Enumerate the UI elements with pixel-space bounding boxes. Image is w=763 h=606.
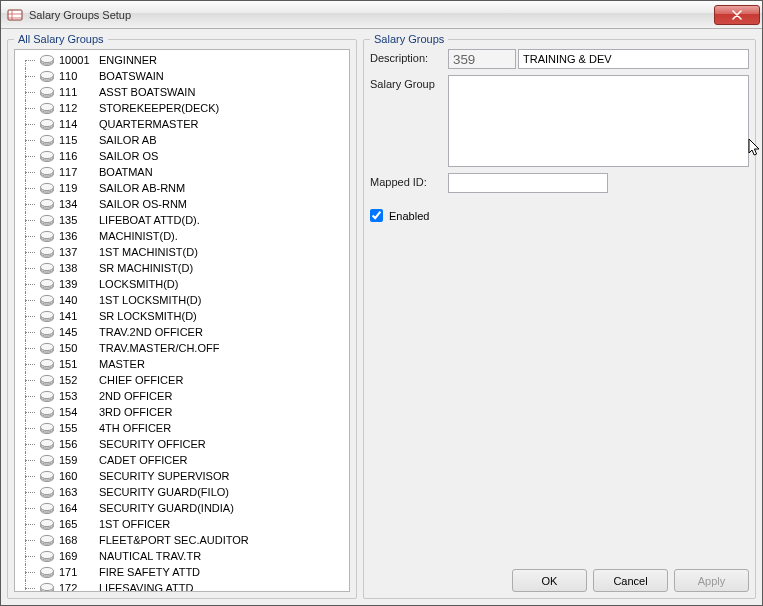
tree-item-code: 114 bbox=[59, 118, 99, 130]
description-name-input[interactable] bbox=[518, 49, 749, 69]
svg-point-12 bbox=[41, 103, 54, 110]
stack-icon bbox=[39, 356, 55, 372]
enabled-label[interactable]: Enabled bbox=[389, 210, 429, 222]
tree-item[interactable]: 150TRAV.MASTER/CH.OFF bbox=[15, 340, 349, 356]
tree-item[interactable]: 163SECURITY GUARD(FILO) bbox=[15, 484, 349, 500]
tree-item-code: 111 bbox=[59, 86, 99, 98]
tree-connector-icon bbox=[21, 548, 39, 564]
tree-item-name: BOATMAN bbox=[99, 166, 153, 178]
tree-item[interactable]: 1651ST OFFICER bbox=[15, 516, 349, 532]
stack-icon bbox=[39, 452, 55, 468]
tree-item-code: 112 bbox=[59, 102, 99, 114]
tree-item[interactable]: 168FLEET&PORT SEC.AUDITOR bbox=[15, 532, 349, 548]
tree-item-code: 156 bbox=[59, 438, 99, 450]
tree-item-name: NAUTICAL TRAV.TR bbox=[99, 550, 201, 562]
stack-icon bbox=[39, 68, 55, 84]
tree-item[interactable]: 172LIFESAVING ATTD bbox=[15, 580, 349, 592]
tree-connector-icon bbox=[21, 292, 39, 308]
tree-item[interactable]: 116SAILOR OS bbox=[15, 148, 349, 164]
tree-item[interactable]: 1554TH OFFICER bbox=[15, 420, 349, 436]
tree-item-code: 168 bbox=[59, 534, 99, 546]
tree-item-code: 169 bbox=[59, 550, 99, 562]
dialog-window: Salary Groups Setup All Salary Groups 10… bbox=[0, 0, 763, 606]
tree-item-name: CADET OFFICER bbox=[99, 454, 187, 466]
stack-icon bbox=[39, 180, 55, 196]
tree-item[interactable]: 152CHIEF OFFICER bbox=[15, 372, 349, 388]
svg-point-93 bbox=[41, 535, 54, 542]
tree-connector-icon bbox=[21, 452, 39, 468]
tree-connector-icon bbox=[21, 580, 39, 592]
tree-item[interactable]: 164SECURITY GUARD(INDIA) bbox=[15, 500, 349, 516]
tree-item[interactable]: 119SAILOR AB-RNM bbox=[15, 180, 349, 196]
tree-connector-icon bbox=[21, 100, 39, 116]
tree-item[interactable]: 110BOATSWAIN bbox=[15, 68, 349, 84]
svg-point-60 bbox=[41, 359, 54, 366]
tree-connector-icon bbox=[21, 68, 39, 84]
tree-item[interactable]: 156SECURITY OFFICER bbox=[15, 436, 349, 452]
tree-item[interactable]: 160SECURITY SUPERVISOR bbox=[15, 468, 349, 484]
tree-item[interactable]: 141SR LOCKSMITH(D) bbox=[15, 308, 349, 324]
ok-button[interactable]: OK bbox=[512, 569, 587, 592]
tree-item-code: 141 bbox=[59, 310, 99, 322]
tree-item[interactable]: 171FIRE SAFETY ATTD bbox=[15, 564, 349, 580]
close-button[interactable] bbox=[714, 5, 760, 25]
tree-item[interactable]: 169NAUTICAL TRAV.TR bbox=[15, 548, 349, 564]
salary-groups-detail-group: Salary Groups Description: Salary Group … bbox=[363, 33, 756, 599]
tree-item-code: 145 bbox=[59, 326, 99, 338]
button-row: OK Cancel Apply bbox=[370, 561, 749, 592]
tree-item-code: 163 bbox=[59, 486, 99, 498]
tree-item[interactable]: 1371ST MACHINIST(D) bbox=[15, 244, 349, 260]
stack-icon bbox=[39, 244, 55, 260]
stack-icon bbox=[39, 388, 55, 404]
tree-connector-icon bbox=[21, 484, 39, 500]
svg-point-51 bbox=[41, 311, 54, 318]
svg-point-84 bbox=[41, 487, 54, 494]
tree-item[interactable]: 138SR MACHINIST(D) bbox=[15, 260, 349, 276]
tree-item[interactable]: 117BOATMAN bbox=[15, 164, 349, 180]
tree-item-code: 150 bbox=[59, 342, 99, 354]
stack-icon bbox=[39, 500, 55, 516]
tree-item-code: 164 bbox=[59, 502, 99, 514]
tree-item-code: 137 bbox=[59, 246, 99, 258]
tree-item-code: 160 bbox=[59, 470, 99, 482]
stack-icon bbox=[39, 564, 55, 580]
tree-item[interactable]: 151MASTER bbox=[15, 356, 349, 372]
salary-group-row: Salary Group bbox=[370, 75, 749, 167]
tree-item[interactable]: 145TRAV.2ND OFFICER bbox=[15, 324, 349, 340]
tree-item[interactable]: 136MACHINIST(D). bbox=[15, 228, 349, 244]
svg-point-54 bbox=[41, 327, 54, 334]
svg-point-102 bbox=[41, 583, 54, 590]
tree-item[interactable]: 111ASST BOATSWAIN bbox=[15, 84, 349, 100]
tree-item[interactable]: 115SAILOR AB bbox=[15, 132, 349, 148]
tree-item[interactable]: 159CADET OFFICER bbox=[15, 452, 349, 468]
tree-item[interactable]: 10001ENGINNER bbox=[15, 52, 349, 68]
tree-item-name: TRAV.2ND OFFICER bbox=[99, 326, 203, 338]
apply-button[interactable]: Apply bbox=[674, 569, 749, 592]
tree-item[interactable]: 135LIFEBOAT ATTD(D). bbox=[15, 212, 349, 228]
tree-item[interactable]: 114QUARTERMASTER bbox=[15, 116, 349, 132]
svg-point-57 bbox=[41, 343, 54, 350]
salary-groups-tree[interactable]: 10001ENGINNER110BOATSWAIN111ASST BOATSWA… bbox=[14, 49, 350, 592]
stack-icon bbox=[39, 52, 55, 68]
tree-item[interactable]: 1401ST LOCKSMITH(D) bbox=[15, 292, 349, 308]
tree-item-name: LOCKSMITH(D) bbox=[99, 278, 178, 290]
enabled-checkbox[interactable] bbox=[370, 209, 383, 222]
tree-item-name: 3RD OFFICER bbox=[99, 406, 172, 418]
stack-icon bbox=[39, 532, 55, 548]
tree-item-code: 153 bbox=[59, 390, 99, 402]
svg-point-21 bbox=[41, 151, 54, 158]
mapped-id-input[interactable] bbox=[448, 173, 608, 193]
cancel-button[interactable]: Cancel bbox=[593, 569, 668, 592]
tree-item[interactable]: 1543RD OFFICER bbox=[15, 404, 349, 420]
tree-item[interactable]: 112STOREKEEPER(DECK) bbox=[15, 100, 349, 116]
tree-item-name: SAILOR AB-RNM bbox=[99, 182, 185, 194]
tree-item[interactable]: 134SAILOR OS-RNM bbox=[15, 196, 349, 212]
tree-item[interactable]: 139LOCKSMITH(D) bbox=[15, 276, 349, 292]
tree-item-code: 154 bbox=[59, 406, 99, 418]
tree-item-code: 151 bbox=[59, 358, 99, 370]
svg-point-18 bbox=[41, 135, 54, 142]
tree-item[interactable]: 1532ND OFFICER bbox=[15, 388, 349, 404]
tree-item-code: 10001 bbox=[59, 54, 99, 66]
tree-item-name: SAILOR OS bbox=[99, 150, 158, 162]
salary-group-textarea[interactable] bbox=[448, 75, 749, 167]
